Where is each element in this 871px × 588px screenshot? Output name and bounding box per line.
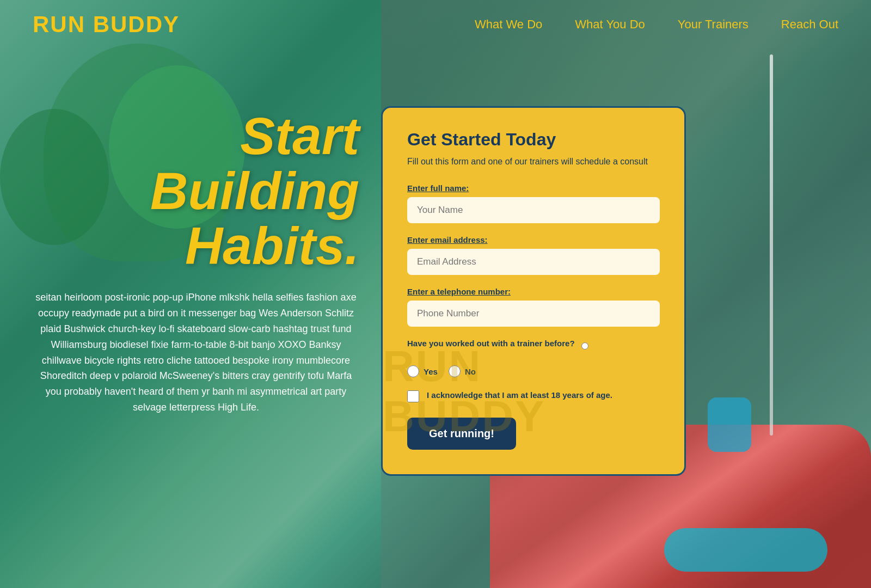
- age-acknowledge-group: I acknowledge that I am at least 18 year…: [407, 389, 660, 402]
- nav-item-your-trainers[interactable]: Your Trainers: [678, 17, 749, 32]
- age-acknowledge-label: I acknowledge that I am at least 18 year…: [427, 389, 612, 402]
- earphone-cord: [770, 54, 773, 436]
- trainer-no-option[interactable]: No: [449, 365, 476, 377]
- hero-text-area: Start Building Habits. seitan heirloom p…: [33, 109, 359, 415]
- trainer-question-group: Have you worked out with a trainer befor…: [407, 339, 660, 377]
- phone-input[interactable]: [407, 301, 660, 327]
- phone-field-group: Enter a telephone number:: [407, 287, 660, 327]
- name-label: Enter full name:: [407, 183, 660, 193]
- brand-logo[interactable]: RUN BUDDY: [33, 11, 180, 38]
- submit-button[interactable]: Get running!: [407, 418, 516, 450]
- email-label: Enter email address:: [407, 235, 660, 244]
- trainer-radio-group: Yes No: [407, 365, 660, 377]
- nav-link-what-we-do[interactable]: What We Do: [475, 17, 542, 31]
- nav-item-what-you-do[interactable]: What You Do: [575, 17, 645, 32]
- age-checkbox[interactable]: [407, 390, 419, 402]
- name-field-group: Enter full name:: [407, 183, 660, 223]
- nav-links: What We Do What You Do Your Trainers Rea…: [475, 17, 838, 32]
- trainer-radio-no[interactable]: [449, 365, 461, 377]
- hero-headline-line3: Habits.: [185, 217, 359, 275]
- trainer-yes-option[interactable]: Yes: [407, 365, 438, 377]
- hero-body-text: seitan heirloom post-ironic pop-up iPhon…: [33, 290, 359, 415]
- trainer-radio-yes-inline[interactable]: [581, 342, 588, 350]
- nav-link-what-you-do[interactable]: What You Do: [575, 17, 645, 31]
- name-input[interactable]: [407, 197, 660, 223]
- nav-link-reach-out[interactable]: Reach Out: [781, 17, 838, 31]
- trainer-question-text: Have you worked out with a trainer befor…: [407, 339, 575, 348]
- email-field-group: Enter email address:: [407, 235, 660, 275]
- nav-item-reach-out[interactable]: Reach Out: [781, 17, 838, 32]
- trainer-no-label: No: [465, 367, 476, 376]
- hero-headline: Start Building Habits.: [33, 109, 359, 273]
- signup-form-card: RUN BUDDY Get Started Today Fill out thi…: [381, 106, 686, 476]
- navbar: RUN BUDDY What We Do What You Do Your Tr…: [0, 0, 871, 49]
- shoe-accent: [664, 528, 827, 572]
- trainer-yes-label: Yes: [424, 367, 438, 376]
- form-title: Get Started Today: [407, 130, 660, 150]
- phone-label: Enter a telephone number:: [407, 287, 660, 296]
- nav-link-your-trainers[interactable]: Your Trainers: [678, 17, 749, 31]
- hero-headline-line1: Start: [240, 107, 359, 165]
- nav-item-what-we-do[interactable]: What We Do: [475, 17, 542, 32]
- email-input[interactable]: [407, 249, 660, 275]
- trainer-question-row: Have you worked out with a trainer befor…: [407, 339, 660, 353]
- hero-headline-line2: Building: [150, 162, 359, 220]
- wrist-device: [708, 397, 751, 452]
- trainer-radio-yes[interactable]: [407, 365, 419, 377]
- form-subtitle: Fill out this form and one of our traine…: [407, 155, 660, 168]
